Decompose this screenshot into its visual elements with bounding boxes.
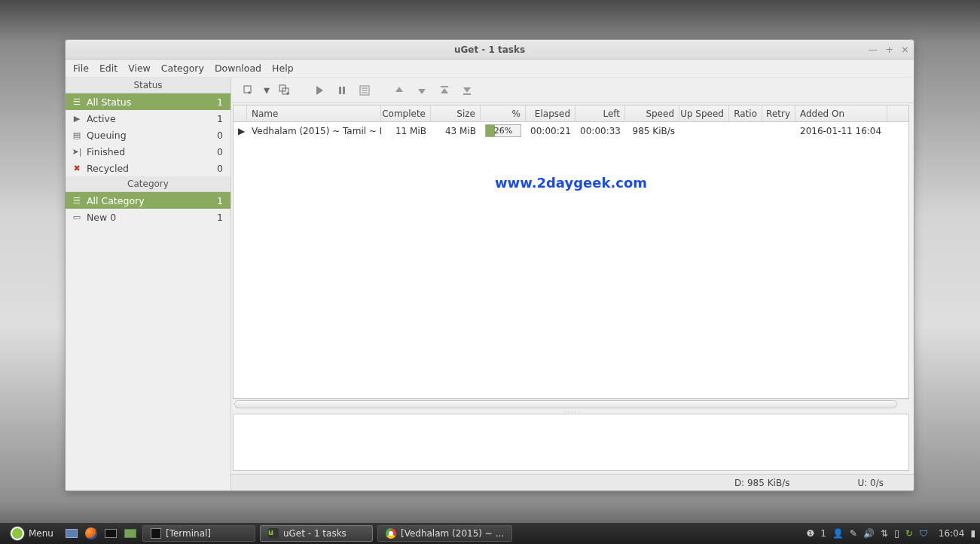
sidebar: Status ☰ All Status 1 ▶ Active 1 ▤ Queui… <box>66 78 231 491</box>
table-row[interactable]: ▶ Vedhalam (2015) ~ Tamil ~ MP3 11 MiB 4… <box>234 122 908 140</box>
horizontal-scrollbar[interactable] <box>233 399 909 409</box>
titlebar[interactable]: uGet - 1 tasks — + × <box>66 40 914 60</box>
row-name: Vedhalam (2015) ~ Tamil ~ MP3 <box>247 126 381 136</box>
uget-icon: u <box>268 528 279 539</box>
row-state-icon: ▶ <box>234 126 247 136</box>
move-top-button[interactable] <box>435 81 454 100</box>
svg-rect-0 <box>244 86 251 93</box>
col-name[interactable]: Name <box>247 105 381 121</box>
taskbar-task-uget[interactable]: u uGet - 1 tasks <box>260 525 373 542</box>
maximize-button[interactable]: + <box>885 44 893 55</box>
tray-menu-icon[interactable]: ▮ <box>970 528 975 539</box>
taskbar-task-terminal[interactable]: [Terminal] <box>142 525 255 542</box>
layers-icon: ☰ <box>72 195 82 206</box>
status-download-speed: D: 985 KiB/s <box>734 478 790 488</box>
system-tray: ❶ 1 👤 ✎ 🔊 ⇅ ▯ ↻ 🛡 16:04 ▮ <box>807 528 975 539</box>
show-desktop-icon[interactable] <box>64 526 79 541</box>
menu-category[interactable]: Category <box>161 63 204 74</box>
menu-help[interactable]: Help <box>272 63 294 74</box>
sidebar-item-active[interactable]: ▶ Active 1 <box>66 110 230 127</box>
watermark-text: www.2daygeek.com <box>495 175 647 191</box>
new-dropdown-icon[interactable]: ▾ <box>261 81 272 100</box>
move-down-button[interactable] <box>412 81 432 100</box>
new-download-button[interactable] <box>239 81 258 100</box>
start-menu-button[interactable]: Menu <box>5 525 60 542</box>
mint-logo-icon <box>11 527 24 540</box>
clock[interactable]: 16:04 <box>939 528 965 539</box>
queue-icon: ▤ <box>72 130 82 140</box>
row-speed: 985 KiB/s <box>625 126 679 136</box>
col-added[interactable]: Added On <box>795 105 887 121</box>
sidebar-status-header: Status <box>66 78 230 93</box>
files-launcher-icon[interactable] <box>123 526 138 541</box>
finish-icon: ➤| <box>72 146 82 157</box>
menu-view[interactable]: View <box>128 63 151 74</box>
pause-button[interactable] <box>332 81 352 100</box>
sidebar-item-finished[interactable]: ➤| Finished 0 <box>66 143 230 160</box>
svg-rect-3 <box>339 87 341 94</box>
sidebar-item-all-status[interactable]: ☰ All Status 1 <box>66 93 230 110</box>
col-percent[interactable]: % <box>481 105 526 121</box>
sidebar-item-queuing[interactable]: ▤ Queuing 0 <box>66 127 230 143</box>
sidebar-item-new0[interactable]: ▭ New 0 1 <box>66 209 230 225</box>
updates-icon[interactable]: 1 <box>820 528 826 539</box>
taskbar-task-browser[interactable]: [Vedhalam (2015) ~ ... <box>377 525 512 542</box>
start-button[interactable] <box>310 81 329 100</box>
sync-icon[interactable]: ↻ <box>905 528 913 539</box>
col-ratio[interactable]: Ratio <box>729 105 762 121</box>
details-panel <box>233 414 909 471</box>
terminal-launcher-icon[interactable] <box>103 526 118 541</box>
window-title: uGet - 1 tasks <box>66 44 914 55</box>
row-percent: 26% <box>481 124 526 137</box>
row-elapsed: 00:00:21 <box>526 126 575 136</box>
network-icon[interactable]: ⇅ <box>881 528 888 539</box>
play-icon: ▶ <box>72 113 82 124</box>
status-upload-speed: U: 0/s <box>857 478 884 488</box>
firefox-icon[interactable] <box>84 526 99 541</box>
doc-icon: ▭ <box>72 212 82 222</box>
move-up-button[interactable] <box>389 81 409 100</box>
sidebar-item-recycled[interactable]: ✖ Recycled 0 <box>66 160 230 176</box>
col-speed[interactable]: Speed <box>625 105 679 121</box>
col-retry[interactable]: Retry <box>762 105 795 121</box>
move-bottom-button[interactable] <box>457 81 477 100</box>
user-icon[interactable]: 👤 <box>832 528 844 539</box>
menu-edit[interactable]: Edit <box>99 63 118 74</box>
layers-icon: ☰ <box>72 96 82 107</box>
col-elapsed[interactable]: Elapsed <box>526 105 575 121</box>
recycle-icon: ✖ <box>72 163 82 173</box>
menu-file[interactable]: File <box>73 63 89 74</box>
statusbar: D: 985 KiB/s U: 0/s <box>231 474 914 491</box>
menu-download[interactable]: Download <box>215 63 261 74</box>
taskbar: Menu [Terminal] u uGet - 1 tasks [Vedhal… <box>0 523 980 544</box>
downloads-table: Name Complete Size % Elapsed Left Speed … <box>233 105 909 399</box>
chromium-icon <box>386 528 396 539</box>
row-complete: 11 MiB <box>381 126 431 136</box>
battery-icon[interactable]: ▯ <box>894 528 899 539</box>
row-size: 43 MiB <box>431 126 481 136</box>
properties-button[interactable] <box>355 81 374 100</box>
main-area: ▾ Name Complete Size % El <box>231 78 914 491</box>
sidebar-item-all-category[interactable]: ☰ All Category 1 <box>66 192 230 209</box>
volume-icon[interactable]: 🔊 <box>863 528 875 539</box>
row-left: 00:00:33 <box>575 126 625 136</box>
app-window: uGet - 1 tasks — + × File Edit View Cate… <box>65 39 914 491</box>
new-batch-button[interactable] <box>275 81 295 100</box>
col-size[interactable]: Size <box>431 105 481 121</box>
shield-icon[interactable]: 🛡 <box>919 528 928 539</box>
svg-rect-4 <box>343 87 345 94</box>
minimize-button[interactable]: — <box>868 44 878 55</box>
col-upspeed[interactable]: Up Speed <box>679 105 729 121</box>
col-left[interactable]: Left <box>575 105 625 121</box>
close-button[interactable]: × <box>901 44 909 55</box>
col-complete[interactable]: Complete <box>381 105 431 121</box>
terminal-icon <box>151 528 161 539</box>
notification-icon[interactable]: ❶ <box>807 528 815 539</box>
bluetooth-icon[interactable]: ✎ <box>850 528 857 539</box>
menubar: File Edit View Category Download Help <box>66 60 914 78</box>
table-header: Name Complete Size % Elapsed Left Speed … <box>234 105 908 122</box>
toolbar: ▾ <box>231 78 914 103</box>
row-added: 2016-01-11 16:04 <box>795 126 887 136</box>
sidebar-category-header: Category <box>66 176 230 192</box>
